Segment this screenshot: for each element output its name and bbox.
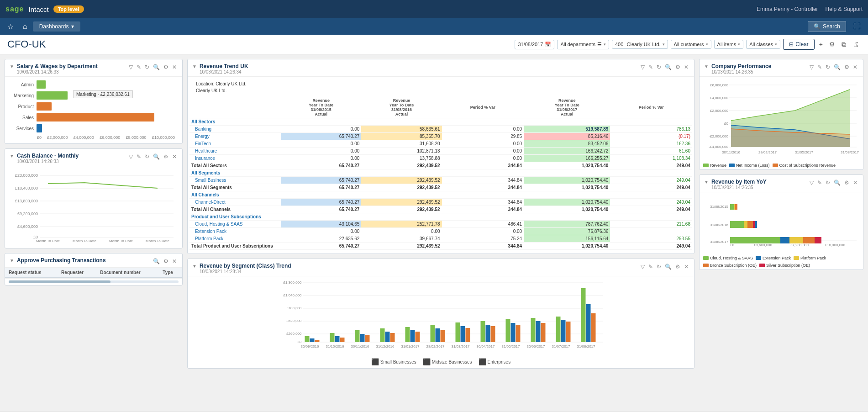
clear-button[interactable]: ⊟ Clear bbox=[783, 39, 815, 50]
cloud-v2: 252,771.78 bbox=[361, 221, 442, 228]
svg-text:31/08/2015: 31/08/2015 bbox=[710, 205, 729, 209]
healthcare-row[interactable]: Healthcare bbox=[189, 148, 281, 155]
total-channels-pv2: 249.04 bbox=[610, 206, 692, 213]
delete-action[interactable]: ✕ bbox=[683, 263, 689, 271]
copy-button[interactable]: ⧉ bbox=[840, 39, 848, 50]
banking-row[interactable]: Banking bbox=[189, 126, 281, 133]
edit-action[interactable]: ✎ bbox=[816, 63, 823, 71]
delete-action[interactable]: ✕ bbox=[852, 179, 858, 187]
cash-widget-actions: ▽ ✎ ↻ 🔍 ⚙ ✕ bbox=[128, 153, 178, 161]
energy-row[interactable]: Energy bbox=[189, 133, 281, 140]
settings-button[interactable]: ⚙ bbox=[827, 39, 837, 50]
search-action[interactable]: 🔍 bbox=[833, 179, 842, 187]
settings-action[interactable]: ⚙ bbox=[843, 63, 850, 71]
channels-label[interactable]: All Channels bbox=[189, 191, 281, 199]
total-segments-v2: 292,439.52 bbox=[361, 184, 442, 191]
top-level-badge[interactable]: Top level bbox=[53, 5, 84, 13]
refresh-action[interactable]: ↻ bbox=[825, 63, 831, 71]
revenue-widget-title: Revenue Trend UK bbox=[200, 63, 637, 69]
edit-action[interactable]: ✎ bbox=[136, 153, 142, 161]
settings-action[interactable]: ⚙ bbox=[163, 257, 169, 265]
search-action[interactable]: 🔍 bbox=[664, 263, 673, 271]
class-value: All classes bbox=[749, 42, 773, 47]
delete-action[interactable]: ✕ bbox=[171, 153, 178, 161]
add-widget-button[interactable]: + bbox=[817, 39, 825, 50]
refresh-action[interactable]: ↻ bbox=[656, 63, 662, 71]
extension-row[interactable]: Extension Pack bbox=[189, 228, 281, 235]
star-button[interactable]: ☆ bbox=[4, 21, 17, 33]
channel-direct-row[interactable]: Channel-Direct bbox=[189, 199, 281, 206]
delete-action[interactable]: ✕ bbox=[171, 63, 178, 71]
table-row: Banking 0.00 58,635.61 0.00 519,587.89 7… bbox=[189, 126, 692, 133]
item-filter[interactable]: All items ▾ bbox=[714, 40, 744, 49]
collapse-icon[interactable]: ▼ bbox=[10, 153, 14, 158]
refresh-action[interactable]: ↻ bbox=[825, 179, 831, 187]
location-line1: Location: Clearly UK Ltd. bbox=[196, 81, 686, 86]
department-filter[interactable]: All departments ☰ ▾ bbox=[557, 40, 609, 49]
search-label: Search bbox=[823, 23, 840, 30]
settings-action[interactable]: ⚙ bbox=[163, 63, 169, 71]
collapse-icon[interactable]: ▼ bbox=[704, 64, 709, 69]
filter-action[interactable]: ▽ bbox=[640, 263, 646, 271]
collapse-icon[interactable]: ▼ bbox=[10, 258, 14, 263]
scroll-thumb[interactable] bbox=[9, 280, 110, 283]
print-button[interactable]: 🖨 bbox=[851, 39, 861, 50]
search-action[interactable]: 🔍 bbox=[833, 63, 842, 71]
search-action[interactable]: 🔍 bbox=[664, 63, 673, 71]
settings-action[interactable]: ⚙ bbox=[843, 179, 850, 187]
home-button[interactable]: ⌂ bbox=[19, 21, 31, 32]
small-biz-row[interactable]: Small Business bbox=[189, 177, 281, 184]
collapse-icon[interactable]: ▼ bbox=[192, 264, 197, 269]
search-action[interactable]: 🔍 bbox=[152, 257, 161, 265]
search-action[interactable]: 🔍 bbox=[152, 153, 161, 161]
svg-text:-£2,000,000: -£2,000,000 bbox=[709, 134, 728, 138]
collapse-icon[interactable]: ▼ bbox=[10, 64, 14, 69]
edit-action[interactable]: ✎ bbox=[136, 63, 142, 71]
fintech-row[interactable]: FinTech bbox=[189, 140, 281, 148]
total-sectors-label: Total All Sectors bbox=[189, 162, 281, 169]
edit-action[interactable]: ✎ bbox=[816, 179, 823, 187]
sector-label[interactable]: All Sectors bbox=[189, 118, 281, 126]
healthcare-v1: 0.00 bbox=[281, 148, 361, 155]
filter-action[interactable]: ▽ bbox=[809, 179, 815, 187]
filter-action[interactable]: ▽ bbox=[128, 153, 134, 161]
scroll-bar[interactable] bbox=[9, 280, 179, 283]
refresh-action[interactable]: ↻ bbox=[144, 63, 150, 71]
filter-action[interactable]: ▽ bbox=[640, 63, 646, 71]
settings-action[interactable]: ⚙ bbox=[674, 63, 681, 71]
search-action[interactable]: 🔍 bbox=[152, 63, 161, 71]
company-filter[interactable]: 400--Clearly UK Ltd. ▾ bbox=[612, 40, 668, 49]
total-channels-v3: 1,020,754.40 bbox=[524, 206, 610, 213]
small-biz-v1: 65,740.27 bbox=[281, 177, 361, 184]
segments-label[interactable]: All Segments bbox=[189, 169, 281, 177]
svg-rect-47 bbox=[431, 325, 435, 342]
edit-action[interactable]: ✎ bbox=[647, 63, 654, 71]
insurance-row[interactable]: Insurance bbox=[189, 155, 281, 162]
segment-widget-header: ▼ Revenue by Segment (Class) Trend 10/03… bbox=[188, 259, 694, 276]
dashboards-tab[interactable]: Dashboards ▾ bbox=[33, 21, 81, 32]
settings-action[interactable]: ⚙ bbox=[674, 263, 681, 271]
class-filter[interactable]: All classes ▾ bbox=[746, 40, 780, 49]
date-filter[interactable]: 31/08/2017 📅 bbox=[515, 40, 554, 49]
products-label[interactable]: Product and User Subscriptions bbox=[189, 213, 281, 221]
platform-row[interactable]: Platform Pack bbox=[189, 235, 281, 243]
collapse-icon[interactable]: ▼ bbox=[192, 64, 197, 69]
filter-action[interactable]: ▽ bbox=[128, 63, 134, 71]
filter-action[interactable]: ▽ bbox=[809, 63, 815, 71]
fullscreen-button[interactable]: ⛶ bbox=[850, 21, 864, 32]
delete-action[interactable]: ✕ bbox=[852, 63, 858, 71]
help-link[interactable]: Help & Support bbox=[826, 6, 863, 12]
settings-action[interactable]: ⚙ bbox=[163, 153, 169, 161]
widget-title-area: Approve Purchasing Transactions bbox=[17, 257, 149, 264]
delete-action[interactable]: ✕ bbox=[683, 63, 689, 71]
cloud-row[interactable]: Cloud, Hosting & SAAS bbox=[189, 221, 281, 228]
search-button[interactable]: 🔍 Search bbox=[808, 21, 846, 32]
total-products-v3: 1,020,754.40 bbox=[524, 243, 610, 250]
extension-pv2 bbox=[610, 228, 692, 235]
customer-filter[interactable]: All customers ▾ bbox=[671, 40, 711, 49]
refresh-action[interactable]: ↻ bbox=[144, 153, 150, 161]
delete-action[interactable]: ✕ bbox=[171, 257, 178, 265]
edit-action[interactable]: ✎ bbox=[647, 263, 654, 271]
refresh-action[interactable]: ↻ bbox=[656, 263, 662, 271]
collapse-icon[interactable]: ▼ bbox=[704, 180, 709, 185]
